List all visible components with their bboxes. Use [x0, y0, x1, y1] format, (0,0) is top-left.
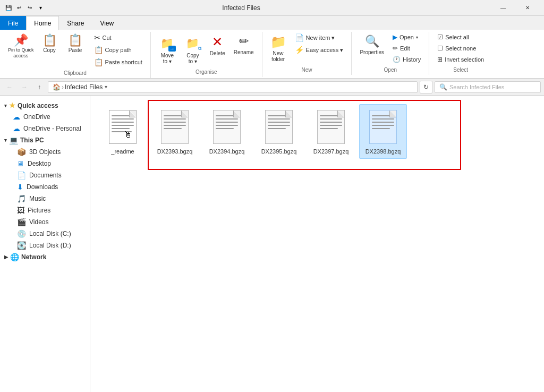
videos-icon: 🎬	[17, 218, 26, 226]
clipboard-small-buttons: ✂ Cut 📋 Copy path 📋 Paste shortcut	[90, 32, 146, 68]
videos-label: Videos	[29, 218, 48, 226]
history-button[interactable]: 🕐 History	[389, 54, 424, 65]
onedrive-label: OneDrive	[23, 113, 50, 121]
ribbon-group-new: 📁 Newfolder 📄 New item ▾ ⚡ Easy access ▾…	[262, 32, 352, 75]
paste-label: Paste	[69, 47, 82, 53]
copy-to-button[interactable]: 📁 ⧉ Copyto ▾	[181, 32, 205, 67]
sidebar-item-desktop[interactable]: 🖥 Desktop	[0, 158, 90, 169]
file-item-dx2395[interactable]: DX2395.bgzq	[255, 104, 303, 159]
copy-to-label: Copyto ▾	[186, 53, 199, 64]
file-item-dx2393[interactable]: DX2393.bgzq	[151, 104, 199, 159]
move-to-button[interactable]: 📁 → Moveto ▾	[155, 32, 180, 67]
forward-button[interactable]: →	[18, 81, 31, 93]
paste-button[interactable]: 📋 Paste	[62, 32, 89, 56]
address-dropdown-icon[interactable]: ▾	[105, 84, 107, 90]
onedrive-personal-label: OneDrive - Personal	[23, 125, 81, 132]
downloads-label: Downloads	[27, 183, 58, 191]
rename-label: Rename	[234, 49, 254, 55]
file-item-dx2398[interactable]: DX2398.bgzq	[359, 104, 407, 159]
rename-icon: ✏	[239, 35, 249, 48]
copy-button[interactable]: 📋 Copy	[39, 32, 61, 56]
invert-selection-button[interactable]: ⊞ Invert selection	[434, 54, 488, 65]
ribbon: 📌 Pin to Quickaccess 📋 Copy 📋 Paste ✂ Cu…	[0, 30, 544, 79]
sidebar-item-local-d[interactable]: 💽 Local Disk (D:)	[0, 240, 90, 251]
edit-button[interactable]: ✏ Edit	[389, 43, 424, 54]
new-label: New	[267, 65, 347, 73]
new-item-button[interactable]: 📄 New item ▾	[291, 32, 347, 44]
star-icon: ★	[9, 101, 15, 109]
open-label: Open	[400, 34, 414, 40]
rename-button[interactable]: ✏ Rename	[230, 32, 258, 58]
copy-icon: 📋	[42, 35, 57, 46]
documents-label: Documents	[29, 172, 62, 179]
dx2398-doc-icon	[369, 110, 397, 144]
open-small-buttons: ▶ Open ▾ ✏ Edit 🕐 History	[389, 32, 424, 65]
refresh-button[interactable]: ↻	[420, 81, 432, 93]
clipboard-buttons: 📌 Pin to Quickaccess 📋 Copy 📋 Paste ✂ Cu…	[4, 32, 146, 68]
minimize-button[interactable]: —	[491, 0, 515, 16]
delete-label: Delete	[210, 50, 225, 56]
up-button[interactable]: ↑	[33, 81, 46, 93]
invert-label: Invert selection	[445, 56, 484, 63]
select-label: Select	[434, 65, 488, 73]
sidebar-item-music[interactable]: 🎵 Music	[0, 193, 90, 204]
quick-access-header[interactable]: ▾ ★ Quick access	[0, 100, 90, 111]
readme-filename: _readme	[111, 148, 134, 155]
sidebar-item-documents[interactable]: 📄 Documents	[0, 169, 90, 181]
ribbon-group-select: ☑ Select all ☐ Select none ⊞ Invert sele…	[429, 32, 492, 75]
address-input[interactable]: 🏠 › Infected Files ▾	[48, 81, 418, 93]
sidebar-item-pictures[interactable]: 🖼 Pictures	[0, 204, 90, 216]
this-pc-label: This PC	[20, 137, 44, 144]
ribbon-group-organise: 📁 → Moveto ▾ 📁 ⧉ Copyto ▾ ✕ Delete ✏	[151, 32, 262, 77]
sidebar-item-downloads[interactable]: ⬇ Downloads	[0, 181, 90, 193]
file-item-dx2397[interactable]: DX2397.bgzq	[307, 104, 355, 159]
sidebar-item-videos[interactable]: 🎬 Videos	[0, 216, 90, 228]
copy-path-icon: 📋	[94, 46, 103, 54]
organise-label: Organise	[155, 67, 258, 75]
network-label: Network	[21, 253, 46, 261]
search-box[interactable]: 🔍 Search Infected Files	[435, 81, 541, 93]
easy-access-label: Easy access ▾	[306, 47, 344, 54]
dx2395-doc-icon	[265, 110, 293, 144]
open-arrow-icon: ▶	[393, 33, 397, 41]
sidebar-item-onedrive[interactable]: ☁ OneDrive	[0, 111, 90, 123]
delete-button[interactable]: ✕ Delete	[206, 32, 229, 59]
history-icon: 🕐	[393, 56, 401, 63]
network-header[interactable]: ▶ 🌐 Network	[0, 251, 90, 263]
downloads-icon: ⬇	[17, 183, 23, 191]
copy-path-button[interactable]: 📋 Copy path	[90, 44, 146, 56]
readme-icon-container: 🖱	[106, 108, 140, 146]
easy-access-button[interactable]: ⚡ Easy access ▾	[291, 44, 347, 56]
new-item-label: New item ▾	[306, 35, 335, 41]
tab-share[interactable]: Share	[59, 16, 92, 30]
file-item-dx2394[interactable]: DX2394.bgzq	[203, 104, 251, 159]
close-button[interactable]: ✕	[515, 0, 540, 16]
open-buttons: 🔍 Properties ▶ Open ▾ ✏ Edit 🕐 History	[356, 32, 424, 65]
tab-home[interactable]: Home	[26, 16, 59, 30]
tab-file[interactable]: File	[0, 16, 26, 30]
open-button[interactable]: ▶ Open ▾	[389, 32, 424, 42]
this-pc-header[interactable]: ▾ 💻 This PC	[0, 134, 90, 146]
sidebar-item-local-c[interactable]: 💿 Local Disk (C:)	[0, 228, 90, 240]
properties-button[interactable]: 🔍 Properties	[356, 32, 388, 58]
dx2393-doc-icon	[161, 110, 189, 144]
new-folder-button[interactable]: 📁 Newfolder	[267, 32, 290, 65]
sidebar-item-3d-objects[interactable]: 📦 3D Objects	[0, 146, 90, 158]
breadcrumb-home[interactable]: 🏠	[53, 83, 61, 91]
dx2398-icon-container	[366, 108, 400, 146]
paste-shortcut-icon: 📋	[94, 58, 103, 66]
cut-button[interactable]: ✂ Cut	[90, 32, 146, 44]
select-all-button[interactable]: ☑ Select all	[434, 32, 488, 42]
back-button[interactable]: ←	[3, 81, 16, 93]
paste-icon: 📋	[68, 35, 82, 46]
pin-to-quick-button[interactable]: 📌 Pin to Quickaccess	[4, 32, 38, 62]
local-d-icon: 💽	[17, 241, 26, 250]
tab-view[interactable]: View	[92, 16, 122, 30]
sidebar-item-onedrive-personal[interactable]: ☁ OneDrive - Personal	[0, 123, 90, 134]
select-none-button[interactable]: ☐ Select none	[434, 43, 488, 54]
documents-icon: 📄	[17, 171, 26, 180]
file-item-readme[interactable]: 🖱 _readme	[99, 104, 147, 159]
title-bar: 💾 ↩ ↪ ▾ Infected Files — ✕	[0, 0, 544, 16]
window-controls[interactable]: — ✕	[491, 0, 540, 16]
paste-shortcut-button[interactable]: 📋 Paste shortcut	[90, 56, 146, 68]
